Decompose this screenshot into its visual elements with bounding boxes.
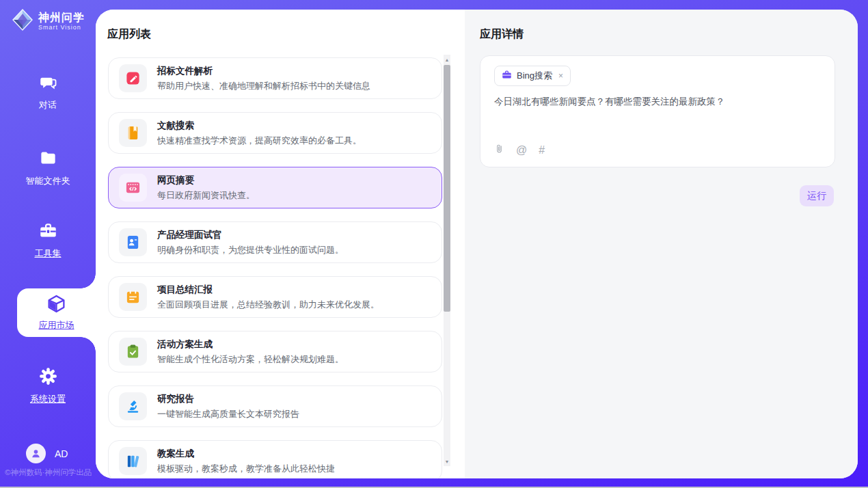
research-report-icon bbox=[119, 392, 147, 420]
app-card-desc: 帮助用户快速、准确地理解和解析招标书中的关键信息 bbox=[157, 80, 370, 92]
user-account[interactable]: AD bbox=[26, 444, 68, 463]
tender-doc-icon bbox=[119, 64, 147, 92]
folder-icon bbox=[39, 149, 57, 170]
sidebar-item-label: 工具集 bbox=[35, 247, 62, 260]
app-card-desc: 明确身份和职责，为您提供专业性的面试问题。 bbox=[157, 244, 344, 256]
paperclip-icon[interactable] bbox=[494, 143, 504, 157]
app-card-info: 项目总结汇报全面回顾项目进展，总结经验教训，助力未来优化发展。 bbox=[157, 284, 379, 311]
app-card-info: 研究报告一键智能生成高质量长文本研究报告 bbox=[157, 393, 299, 420]
brand-logo: 神州问学 Smart Vision bbox=[11, 8, 85, 34]
app-card-desc: 一键智能生成高质量长文本研究报告 bbox=[157, 408, 299, 420]
app-card-desc: 智能生成个性化活动方案，轻松解决规划难题。 bbox=[157, 353, 344, 366]
sidebar-item-cube[interactable]: 应用市场 bbox=[17, 288, 96, 337]
app-list-panel: 应用列表 招标文件解析帮助用户快速、准确地理解和解析招标书中的关键信息文献搜索快… bbox=[96, 10, 465, 478]
app-card[interactable]: 教案生成模板驱动，教案秒成，教学准备从此轻松快捷 bbox=[108, 440, 442, 478]
scrollbar-thumb[interactable] bbox=[444, 65, 450, 312]
project-summary-icon bbox=[119, 283, 147, 311]
tool-tag-label: Bing搜索 bbox=[517, 70, 552, 82]
query-card: Bing搜索 × 今日湖北有哪些新闻要点？有哪些需要关注的最新政策？ @ # bbox=[480, 55, 835, 167]
brand-name: 神州问学 bbox=[38, 12, 85, 24]
app-card-desc: 全面回顾项目进展，总结经验教训，助力未来优化发展。 bbox=[157, 299, 379, 311]
app-card[interactable]: 产品经理面试官明确身份和职责，为您提供专业性的面试问题。 bbox=[108, 221, 442, 263]
app-detail-title: 应用详情 bbox=[480, 27, 524, 42]
app-card-list: 招标文件解析帮助用户快速、准确地理解和解析招标书中的关键信息文献搜索快速精准查找… bbox=[108, 57, 442, 478]
close-icon[interactable]: × bbox=[558, 71, 563, 81]
app-list-title: 应用列表 bbox=[107, 27, 151, 42]
lesson-plan-icon bbox=[119, 447, 147, 475]
attachment-toolbar: @ # bbox=[494, 143, 545, 157]
mention-icon[interactable]: @ bbox=[516, 144, 527, 157]
sidebar-item-label: 系统设置 bbox=[30, 393, 66, 405]
briefcase-icon bbox=[502, 70, 512, 82]
sidebar-item-label: 对话 bbox=[39, 99, 57, 111]
app-card[interactable]: 网页摘要每日政府新闻资讯快查。 bbox=[108, 167, 442, 208]
app-card-desc: 每日政府新闻资讯快查。 bbox=[157, 189, 255, 202]
gear-icon bbox=[39, 367, 57, 388]
run-button[interactable]: 运行 bbox=[800, 185, 834, 206]
sidebar: 神州问学 Smart Vision 对话智能文件夹工具集应用市场系统设置 AD … bbox=[0, 0, 96, 488]
app-detail-panel: 应用详情 Bing搜索 × 今日湖北有哪些新闻要点？有哪些需要关注的最新政策？ bbox=[465, 10, 858, 478]
app-card-title: 项目总结汇报 bbox=[157, 284, 379, 296]
event-plan-icon bbox=[119, 338, 147, 366]
app-card-desc: 模板驱动，教案秒成，教学准备从此轻松快捷 bbox=[157, 463, 335, 475]
user-name: AD bbox=[55, 448, 68, 459]
sidebar-item-label: 智能文件夹 bbox=[26, 175, 70, 187]
app-card-info: 招标文件解析帮助用户快速、准确地理解和解析招标书中的关键信息 bbox=[157, 65, 370, 92]
query-input[interactable]: 今日湖北有哪些新闻要点？有哪些需要关注的最新政策？ bbox=[494, 95, 821, 109]
scrollbar-up-arrow-icon[interactable]: ▲ bbox=[444, 55, 450, 64]
app-card[interactable]: 招标文件解析帮助用户快速、准确地理解和解析招标书中的关键信息 bbox=[108, 57, 442, 99]
app-card-title: 文献搜索 bbox=[157, 120, 362, 132]
app-card[interactable]: 活动方案生成智能生成个性化活动方案，轻松解决规划难题。 bbox=[108, 331, 442, 372]
chat-icon bbox=[39, 73, 57, 94]
app-card-info: 文献搜索快速精准查找学术资源，提高研究效率的必备工具。 bbox=[157, 120, 362, 147]
app-card-title: 活动方案生成 bbox=[157, 338, 344, 351]
app-card-title: 产品经理面试官 bbox=[157, 229, 344, 241]
app-card-info: 教案生成模板驱动，教案秒成，教学准备从此轻松快捷 bbox=[157, 448, 335, 475]
hash-icon[interactable]: # bbox=[539, 144, 545, 157]
sidebar-item-chat[interactable]: 对话 bbox=[0, 73, 96, 111]
app-card-title: 网页摘要 bbox=[157, 174, 255, 187]
app-card-title: 教案生成 bbox=[157, 448, 335, 460]
app-card[interactable]: 项目总结汇报全面回顾项目进展，总结经验教训，助力未来优化发展。 bbox=[108, 276, 442, 318]
app-card-title: 招标文件解析 bbox=[157, 65, 370, 77]
tool-tag-bing-search[interactable]: Bing搜索 × bbox=[494, 66, 571, 86]
sidebar-item-gear[interactable]: 系统设置 bbox=[0, 367, 96, 405]
scrollbar-down-arrow-icon[interactable]: ▼ bbox=[444, 457, 450, 465]
app-card-info: 产品经理面试官明确身份和职责，为您提供专业性的面试问题。 bbox=[157, 229, 344, 256]
pm-interviewer-icon bbox=[119, 228, 147, 256]
app-card[interactable]: 研究报告一键智能生成高质量长文本研究报告 bbox=[108, 385, 442, 427]
copyright-text: ©神州数码·神州问学出品 bbox=[5, 467, 92, 478]
diamond-logo-icon bbox=[11, 8, 34, 34]
main-content: 应用列表 招标文件解析帮助用户快速、准确地理解和解析招标书中的关键信息文献搜索快… bbox=[96, 10, 858, 478]
app-card-info: 活动方案生成智能生成个性化活动方案，轻松解决规划难题。 bbox=[157, 338, 344, 366]
brand-tagline: Smart Vision bbox=[38, 24, 85, 31]
app-card[interactable]: 文献搜索快速精准查找学术资源，提高研究效率的必备工具。 bbox=[108, 112, 442, 154]
cube-icon bbox=[46, 294, 66, 316]
sidebar-item-folder[interactable]: 智能文件夹 bbox=[0, 149, 96, 187]
sidebar-item-toolbox[interactable]: 工具集 bbox=[0, 221, 96, 260]
user-avatar-icon bbox=[26, 444, 46, 463]
app-card-info: 网页摘要每日政府新闻资讯快查。 bbox=[157, 174, 255, 202]
web-summary-icon bbox=[119, 174, 147, 202]
literature-search-icon bbox=[119, 119, 147, 147]
scrollbar[interactable]: ▲ ▼ bbox=[444, 55, 450, 466]
sidebar-item-label: 应用市场 bbox=[39, 319, 74, 331]
app-card-title: 研究报告 bbox=[157, 393, 299, 405]
toolbox-icon bbox=[39, 221, 57, 242]
app-card-desc: 快速精准查找学术资源，提高研究效率的必备工具。 bbox=[157, 135, 362, 147]
